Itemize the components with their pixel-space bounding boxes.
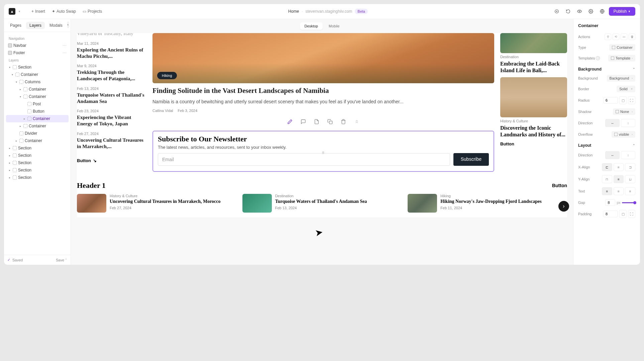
border-value[interactable]: Solid× [617,86,635,92]
tree-row[interactable]: Button [6,108,69,115]
info-icon[interactable]: ? [596,56,600,60]
content-card[interactable]: DestinationTurquoise Waters of Thailand'… [242,194,402,213]
tree-row[interactable]: ▸Section [6,144,69,152]
page-name[interactable]: Home [288,9,299,14]
action-link-icon[interactable]: ⟲ [613,33,619,40]
more-icon[interactable]: ⋯ [63,50,67,55]
projects-button[interactable]: ▭ Projects [81,8,104,15]
layout-vertical[interactable]: ↕ [621,151,635,159]
xalign-center[interactable]: ≡ [614,163,624,171]
device-mobile[interactable]: Mobile [324,22,344,30]
tab-layers[interactable]: Layers [26,22,45,29]
tree-row[interactable]: ▸Container [6,86,69,93]
device-desktop[interactable]: Desktop [300,22,323,30]
padding-input[interactable] [603,211,618,217]
tree-row[interactable]: Divider [6,130,69,137]
file-icon[interactable] [313,118,320,125]
tree-row[interactable]: ▸Container [6,137,69,144]
layout-horizontal[interactable]: ↔ [605,151,620,159]
radius-individual-icon[interactable]: ⛶ [628,96,635,104]
insert-button[interactable]: + Insert [29,8,47,15]
direction-vertical[interactable]: ↕ [621,119,635,127]
gap-slider[interactable] [622,202,635,203]
chevron-up-icon[interactable]: ⌃ [633,68,635,71]
yalign-center[interactable]: ≡ [614,175,624,183]
hero-category-badge[interactable]: Hiking [157,72,177,79]
tree-row[interactable]: ▸Section [6,166,69,174]
chevron-down-icon[interactable]: ▼ [18,10,21,13]
text-center[interactable]: ≡ [614,187,624,195]
tree-row[interactable]: ▸Section [6,152,69,159]
text-left[interactable]: ≡ [602,187,612,195]
col-left-button[interactable]: Button ↘ [77,158,146,163]
delete-icon[interactable] [340,118,347,125]
nav-item-navbar[interactable]: Navbar ⋯ [6,42,69,49]
side-card[interactable]: Destination Embracing the Laid-Back Isla… [500,33,567,74]
padding-uniform-icon[interactable]: ▢ [619,210,627,218]
tab-modals[interactable]: Modals [46,22,66,29]
mini-post[interactable]: Mar 11, 2024Exploring the Ancient Ruins … [77,41,146,59]
drag-handle-icon[interactable]: ⠿ [322,151,325,155]
settings-icon[interactable] [586,7,596,16]
mini-post[interactable]: Feb 27, 2024Uncovering Cultural Treasure… [77,132,146,150]
hero-title[interactable]: Finding Solitude in the Vast Desert Land… [152,87,494,95]
more-icon[interactable]: ⋯ [63,43,67,48]
chevron-up-icon[interactable]: ⌃ [633,144,635,147]
mini-post[interactable]: Feb 13, 2024Turquoise Waters of Thailand… [77,87,146,105]
publish-button[interactable]: Publish ▼ [609,7,635,16]
tree-row[interactable]: ▸Section [6,159,69,166]
edit-icon[interactable] [286,118,294,125]
lower-button[interactable]: Button [552,183,567,188]
radius-input[interactable] [603,97,618,104]
overflow-value[interactable]: visible› [612,131,635,138]
comment-icon[interactable] [300,118,307,125]
template-value[interactable]: Template › [608,55,635,62]
direction-horizontal[interactable]: ↔ [605,119,620,127]
mini-post[interactable]: Vineyard of Tuscany, Italy [77,33,146,37]
text-right[interactable]: ≡ [625,187,635,195]
save-button[interactable]: Save ⌃ [56,258,67,262]
xalign-end[interactable]: ⊐ [625,163,635,171]
autoswap-button[interactable]: ✦ Auto Swap [50,8,78,15]
xalign-start[interactable]: ⊏ [602,163,612,171]
shadow-value[interactable]: None› [613,108,635,115]
tree-row[interactable]: ▾Container [6,93,69,100]
collapse-up-icon[interactable] [353,118,360,125]
globe-icon[interactable] [598,7,607,16]
tree-row[interactable]: ▸Container [6,122,69,130]
content-card[interactable]: History & CultureUncovering Cultural Tre… [77,194,236,213]
mini-post[interactable]: Mar 9, 2024Trekking Through the Landscap… [77,64,146,82]
tab-pages[interactable]: Pages [7,22,25,29]
hero-image[interactable]: Hiking [152,33,494,83]
carousel-next-button[interactable]: › [558,201,569,212]
collapse-panel-button[interactable]: ‹ [67,22,69,28]
ai-icon[interactable] [552,7,561,16]
mini-post[interactable]: Feb 23, 2024Experiencing the Vibrant Ene… [77,109,146,127]
tree-row[interactable]: ▸Section [6,174,69,181]
type-value[interactable]: Container [609,44,635,51]
gap-input[interactable] [605,199,615,206]
copy-icon[interactable] [326,118,334,125]
nav-item-footer[interactable]: Footer ⋯ [6,49,69,56]
email-input[interactable]: Email [158,153,450,166]
action-delete-icon[interactable]: 🗑 [629,33,635,40]
yalign-end[interactable]: ⊔ [625,175,635,183]
tree-row[interactable]: ▾Container [6,71,69,78]
radius-uniform-icon[interactable]: ▢ [619,96,627,104]
content-card[interactable]: HikingHiking Norway's Jaw-Dropping Fjord… [408,194,567,213]
tree-row[interactable]: ▾Columns [6,78,69,86]
side-card[interactable]: History & Culture Discovering the Iconic… [500,77,567,138]
col-right-button[interactable]: Button [500,141,567,146]
subscribe-button[interactable]: Subscribe [453,153,489,166]
newsletter-container[interactable]: Subscribe to Our Newsletter The latest n… [152,131,494,172]
app-logo[interactable]: ▲ [9,8,15,15]
lower-header[interactable]: Header 1 [77,181,106,190]
preview-icon[interactable] [575,7,584,16]
undo-icon[interactable] [563,7,573,16]
padding-individual-icon[interactable]: ⛶ [628,210,635,218]
yalign-start[interactable]: ⊓ [602,175,612,183]
tree-row[interactable]: Post [6,100,69,108]
action-anchor-icon[interactable]: ⚲ [605,33,611,40]
tree-row[interactable]: ▸Container [6,115,69,122]
bg-value[interactable]: Background› [607,75,635,82]
